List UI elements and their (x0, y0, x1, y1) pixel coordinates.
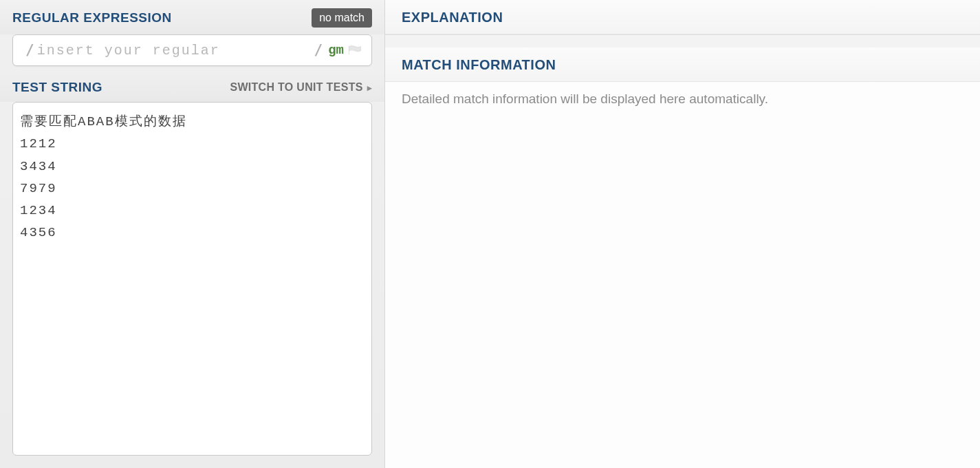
regex-close-delim: / (312, 42, 326, 58)
regex-input-container[interactable]: / / gm (12, 34, 372, 66)
match-status-badge: no match (312, 8, 372, 28)
left-panel: REGULAR EXPRESSION no match / / gm TEST … (0, 0, 385, 468)
match-info-section: MATCH INFORMATION Detailed match informa… (385, 47, 980, 468)
test-header: TEST STRING SWITCH TO UNIT TESTS ▸ (0, 73, 384, 102)
test-title: TEST STRING (12, 80, 102, 95)
match-info-body: Detailed match information will be displ… (385, 82, 980, 119)
match-info-title: MATCH INFORMATION (385, 47, 980, 82)
regex-title: REGULAR EXPRESSION (12, 10, 172, 25)
regex-input[interactable] (37, 43, 312, 58)
test-string-input[interactable]: 需要匹配ABAB模式的数据 1212 3434 7979 1234 4356 (12, 102, 372, 456)
regex-flags[interactable]: gm (325, 43, 344, 58)
switch-to-unit-tests-link[interactable]: SWITCH TO UNIT TESTS ▸ (230, 81, 372, 94)
right-panel: EXPLANATION MATCH INFORMATION Detailed m… (385, 0, 980, 468)
flag-icon[interactable] (348, 45, 362, 55)
regex-header: REGULAR EXPRESSION no match (0, 0, 384, 34)
explanation-section: EXPLANATION (385, 0, 980, 35)
chevron-right-icon: ▸ (367, 83, 372, 93)
switch-to-unit-tests-label: SWITCH TO UNIT TESTS (230, 81, 362, 94)
explanation-title: EXPLANATION (385, 0, 980, 34)
regex-open-delim: / (23, 42, 37, 58)
section-spacer (385, 35, 980, 47)
